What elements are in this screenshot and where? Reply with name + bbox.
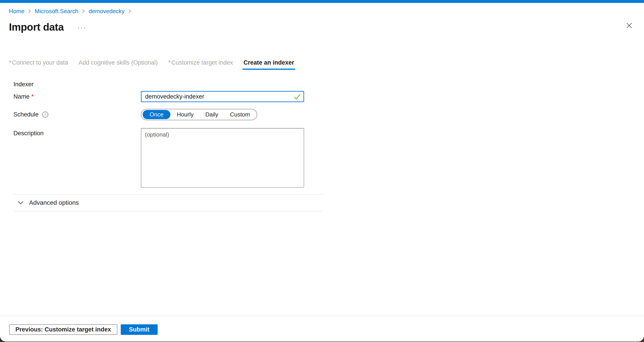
advanced-options-expander[interactable]: Advanced options: [18, 194, 635, 211]
chevron-down-icon: [18, 201, 24, 205]
top-accent-bar: [0, 0, 644, 3]
breadcrumb: Home Microsoft.Search demovedecky: [9, 8, 635, 15]
schedule-option-daily[interactable]: Daily: [200, 111, 224, 118]
schedule-option-once[interactable]: Once: [143, 110, 170, 119]
breadcrumb-microsoft-search[interactable]: Microsoft.Search: [35, 8, 78, 15]
chevron-right-icon: [28, 8, 31, 14]
tab-label: Add cognitive skills (Optional): [78, 59, 158, 66]
description-label-text: Description: [14, 130, 44, 137]
chevron-right-icon: [128, 8, 132, 14]
description-textarea[interactable]: [141, 128, 304, 188]
description-label: Description: [14, 128, 141, 137]
submit-button[interactable]: Submit: [121, 324, 158, 335]
page-title: Import data: [9, 21, 64, 33]
required-marker: *: [168, 59, 170, 66]
tab-label: Connect to your data: [12, 59, 68, 66]
close-icon[interactable]: [624, 20, 634, 30]
breadcrumb-home[interactable]: Home: [9, 8, 24, 15]
chevron-right-icon: [82, 8, 85, 14]
tab-label: Create an indexer: [244, 59, 294, 66]
advanced-options-label: Advanced options: [29, 199, 79, 206]
more-icon[interactable]: ···: [78, 25, 86, 29]
schedule-label: Schedule i: [14, 111, 141, 118]
schedule-pill-group: Once Hourly Daily Custom: [141, 109, 257, 120]
schedule-option-hourly[interactable]: Hourly: [172, 111, 199, 118]
schedule-label-text: Schedule: [14, 111, 39, 118]
check-icon: [294, 94, 301, 101]
tab-add-cognitive-skills[interactable]: Add cognitive skills (Optional): [78, 59, 158, 70]
footer-bar: Previous: Customize target index Submit: [0, 316, 644, 335]
name-label-text: Name: [14, 93, 30, 100]
wizard-tabs: *Connect to your data Add cognitive skil…: [9, 59, 635, 70]
divider: [14, 211, 322, 212]
indexer-name-input[interactable]: [141, 91, 304, 102]
tab-customize-target-index[interactable]: *Customize target index: [168, 59, 233, 70]
import-data-panel: Home Microsoft.Search demovedecky Import…: [0, 0, 644, 342]
required-marker: *: [9, 59, 12, 66]
name-label: Name *: [14, 93, 141, 100]
info-icon[interactable]: i: [42, 112, 48, 118]
tab-connect-to-your-data[interactable]: *Connect to your data: [9, 59, 68, 70]
required-marker: *: [31, 93, 34, 100]
indexer-section-title: Indexer: [14, 81, 635, 88]
tab-label: Customize target index: [171, 59, 233, 66]
breadcrumb-demovedecky[interactable]: demovedecky: [88, 8, 124, 15]
previous-step-button[interactable]: Previous: Customize target index: [9, 324, 118, 335]
tab-create-an-indexer[interactable]: Create an indexer: [244, 59, 294, 70]
schedule-option-custom[interactable]: Custom: [224, 111, 255, 118]
